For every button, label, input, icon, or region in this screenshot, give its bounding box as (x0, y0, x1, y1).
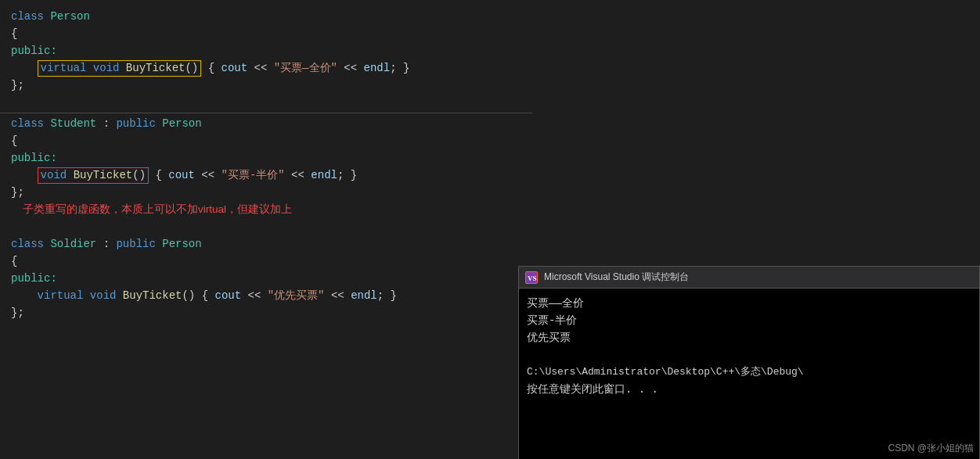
code-editor: class Person { public: virtual void BuyT… (0, 0, 532, 459)
line-brace-close-3: }; (0, 304, 532, 321)
console-content: 买票——全价 买票-半价 优先买票 C:\Users\Administrator… (519, 289, 979, 404)
console-path: C:\Users\Administrator\Desktop\C++\多态\De… (527, 364, 971, 381)
console-titlebar: VS Microsoft Visual Studio 调试控制台 (519, 267, 979, 289)
keyword-class: class (11, 8, 50, 25)
class-person-name: Person (50, 8, 89, 25)
line-brace-close-2: }; (0, 184, 532, 201)
console-title: Microsoft Visual Studio 调试控制台 (544, 271, 689, 284)
vs-icon: VS (525, 271, 538, 284)
annotation-text: 子类重写的虚函数，本质上可以不加virtual，但建议加上 (11, 201, 292, 218)
console-blank (527, 346, 971, 364)
line-virtual-buyticket-soldier: virtual void BuyTicket() { cout << "优先买票… (0, 287, 532, 304)
line-brace-open-1: { (0, 25, 532, 42)
virtual-buyticket-highlight: virtual void BuyTicket() (38, 60, 202, 77)
console-line-1: 买票——全价 (527, 295, 971, 312)
line-virtual-buyticket-person: virtual void BuyTicket() { cout << "买票—全… (0, 59, 532, 77)
line-brace-open-3: { (0, 253, 532, 270)
line-brace-close-1: }; (0, 77, 532, 94)
console-close-hint: 按任意键关闭此窗口. . . (527, 381, 971, 398)
line-annotation: 子类重写的虚函数，本质上可以不加virtual，但建议加上 (0, 201, 532, 218)
line-public-3: public: (0, 270, 532, 287)
line-brace-open-2: { (0, 132, 532, 149)
blank-line-2 (0, 218, 532, 235)
line-class-soldier: class Soldier : public Person (0, 235, 532, 253)
console-line-2: 买票-半价 (527, 312, 971, 329)
console-window: VS Microsoft Visual Studio 调试控制台 买票——全价 … (518, 266, 980, 459)
line-class-person: class Person (0, 8, 532, 25)
divider-1 (0, 113, 532, 113)
line-buyticket-student: void BuyTicket() { cout << "买票-半价" << en… (0, 167, 532, 184)
line-public-2: public: (0, 149, 532, 167)
line-class-student: class Student : public Person (0, 115, 532, 132)
blank-line-1 (0, 94, 532, 111)
line-public-1: public: (0, 42, 532, 59)
console-line-3: 优先买票 (527, 329, 971, 346)
watermark: CSDN @张小姐的猫 (888, 442, 974, 455)
svg-text:VS: VS (528, 274, 537, 282)
void-buyticket-highlight: void BuyTicket() (38, 167, 149, 184)
